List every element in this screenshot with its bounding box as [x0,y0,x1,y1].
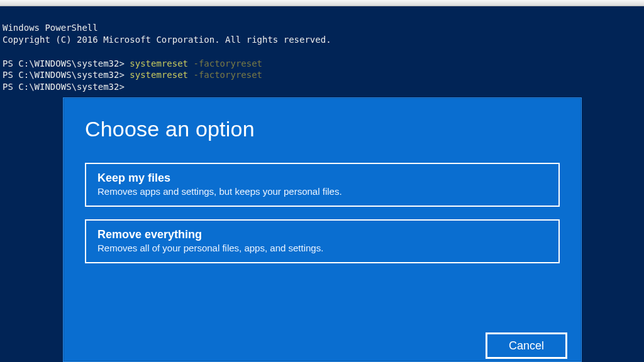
command: systemreset [130,70,188,80]
prompt: PS C:\WINDOWS\system32> [3,58,125,69]
option-title: Remove everything [97,228,547,241]
prompt: PS C:\WINDOWS\system32> [3,82,125,92]
dialog-title: Choose an option [85,117,560,141]
option-description: Removes apps and settings, but keeps you… [97,186,547,197]
cancel-button[interactable]: Cancel [486,332,567,359]
terminal-banner-line: Windows PowerShell [3,23,98,33]
option-keep-my-files[interactable]: Keep my files Removes apps and settings,… [85,163,560,207]
command-flag: -factoryreset [193,70,262,80]
command: systemreset [130,58,188,69]
powershell-terminal[interactable]: Windows PowerShell Copyright (C) 2016 Mi… [0,6,644,99]
option-title: Keep my files [97,172,547,185]
system-reset-dialog: Choose an option Keep my files Removes a… [63,97,582,362]
option-description: Removes all of your personal files, apps… [97,243,547,253]
command-flag: -factoryreset [193,58,262,69]
terminal-banner-line: Copyright (C) 2016 Microsoft Corporation… [3,35,331,45]
option-remove-everything[interactable]: Remove everything Removes all of your pe… [85,219,560,263]
prompt: PS C:\WINDOWS\system32> [3,70,125,80]
window-titlebar [0,0,644,6]
